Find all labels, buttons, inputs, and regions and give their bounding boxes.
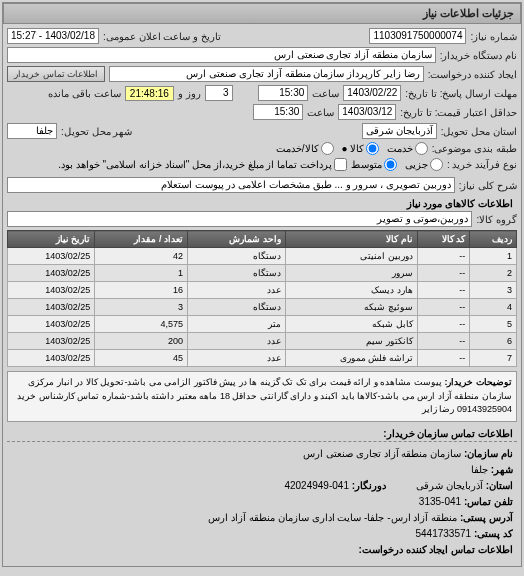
province-val: آذربایجان شرقی: [416, 480, 483, 491]
contact-body: نام سازمان: سازمان منطقه آزاد تجاری صنعت…: [7, 442, 517, 562]
contact-header: اطلاعات تماس سازمان خریدار:: [7, 426, 517, 442]
table-cell: 7: [470, 350, 517, 367]
table-cell: دستگاه: [187, 299, 285, 316]
table-cell: 3: [95, 299, 188, 316]
radio-service[interactable]: خدمت: [387, 142, 428, 155]
delivery-prov-label: استان محل تحویل:: [441, 126, 517, 137]
table-header-cell: واحد شمارش: [187, 231, 285, 248]
table-cell: سوئیچ شبکه: [285, 299, 417, 316]
time-label-1: ساعت: [312, 88, 339, 99]
price-time-field: 15:30: [253, 104, 303, 120]
row-need-no: شماره نیاز: 1103091750000074 تاریخ و ساع…: [7, 28, 517, 44]
table-cell: 42: [95, 248, 188, 265]
table-row: 3--هارد دیسکعدد161403/02/25: [8, 282, 517, 299]
pay-type-radio-group: جزیی متوسط: [351, 158, 443, 171]
row-need-desc: شرح کلی نیاز: دوربین تصویری ، سرور و ...…: [7, 177, 517, 193]
table-cell: 1: [470, 248, 517, 265]
buyer-org-label: نام دستگاه خریدار:: [440, 50, 517, 61]
table-cell: سرور: [285, 265, 417, 282]
table-cell: متر: [187, 316, 285, 333]
table-header-cell: کد کالا: [417, 231, 469, 248]
radio-goods-service[interactable]: کالا/خدمت: [276, 142, 334, 155]
table-cell: عدد: [187, 282, 285, 299]
row-reply-deadline: مهلت ارسال پاسخ: تا تاریخ: 1403/02/22 سا…: [7, 85, 517, 101]
row-delivery-loc: استان محل تحویل: آذربایجان شرقی شهر محل …: [7, 123, 517, 139]
table-cell: 1403/02/25: [8, 350, 95, 367]
days-label: روز و: [178, 88, 201, 99]
table-cell: کابل شبکه: [285, 316, 417, 333]
panel-title: جزئیات اطلاعات نیاز: [3, 3, 521, 24]
reply-deadline-label: مهلت ارسال پاسخ: تا تاریخ:: [405, 88, 517, 99]
postal-label: کد پستی:: [474, 528, 513, 539]
buyer-note-box: توضیحات خریدار: پیوست مشاهده و ارائه قیم…: [7, 371, 517, 422]
table-row: 1--دوربین امنیتیدستگاه421403/02/25: [8, 248, 517, 265]
fax-label: تلفن تماس:: [464, 496, 513, 507]
org-name-val: سازمان منطقه آزاد تجاری صنعتی ارس: [303, 448, 461, 459]
delivery-city-field: جلفا: [7, 123, 57, 139]
table-cell: 1403/02/25: [8, 316, 95, 333]
goods-group-label: گروه کالا:: [476, 214, 517, 225]
row-pay-type: نوع فرآیند خرید : جزیی متوسط پرداخت تمام…: [7, 158, 517, 171]
table-cell: 16: [95, 282, 188, 299]
need-desc-field: دوربین تصویری ، سرور و ... طبق مشخصات اع…: [7, 177, 455, 193]
creator-field: رضا زایر کارپرداز سازمان منطقه آزاد تجار…: [109, 66, 424, 82]
note-label: توضیحات خریدار:: [445, 377, 513, 387]
table-header-cell: ردیف: [470, 231, 517, 248]
contact-buyer-button[interactable]: اطلاعات تماس خریدار: [7, 66, 105, 82]
buyer-org-field: سازمان منطقه آزاد تجاری صنعتی ارس: [7, 47, 436, 63]
radio-low[interactable]: جزیی: [405, 158, 443, 171]
table-cell: 4: [470, 299, 517, 316]
table-cell: 200: [95, 333, 188, 350]
public-announce-label: تاریخ و ساعت اعلان عمومی:: [103, 31, 221, 42]
table-cell: --: [417, 299, 469, 316]
need-no-field: 1103091750000074: [369, 28, 466, 44]
delivery-prov-field: آذربایجان شرقی: [362, 123, 437, 139]
row-budget: طبقه بندی موضوعی: خدمت کالا ● کالا/خدمت: [7, 142, 517, 155]
city-label: شهر:: [491, 464, 513, 475]
table-cell: 3: [470, 282, 517, 299]
reply-date-field: 1403/02/22: [343, 85, 401, 101]
table-cell: --: [417, 265, 469, 282]
radio-goods[interactable]: کالا ●: [342, 142, 379, 155]
note-text: پیوست مشاهده و ارائه قیمت برای تک تک گزی…: [17, 377, 512, 414]
city-val: جلفا: [471, 464, 488, 475]
table-cell: 1403/02/25: [8, 248, 95, 265]
table-cell: کانکتور سیم: [285, 333, 417, 350]
panel-body: شماره نیاز: 1103091750000074 تاریخ و ساع…: [3, 24, 521, 566]
table-cell: 1403/02/25: [8, 265, 95, 282]
contact-section: اطلاعات تماس سازمان خریدار: نام سازمان: …: [7, 426, 517, 562]
table-cell: 1403/02/25: [8, 333, 95, 350]
reply-time-field: 15:30: [258, 85, 308, 101]
need-desc-label: شرح کلی نیاز:: [459, 180, 517, 191]
table-row: 4--سوئیچ شبکهدستگاه31403/02/25: [8, 299, 517, 316]
table-header-cell: تعداد / مقدار: [95, 231, 188, 248]
remain-label: ساعت باقی مانده: [48, 88, 121, 99]
goods-section-title: اطلاعات کالاهای مورد نیاز: [7, 196, 517, 211]
table-cell: تراشه فلش مموری: [285, 350, 417, 367]
pay-type-label: نوع فرآیند خرید :: [447, 159, 517, 170]
table-cell: 1403/02/25: [8, 299, 95, 316]
table-cell: --: [417, 316, 469, 333]
table-cell: دستگاه: [187, 248, 285, 265]
table-cell: 1: [95, 265, 188, 282]
table-header-row: ردیفکد کالانام کالاواحد شمارشتعداد / مقد…: [8, 231, 517, 248]
need-type-radio-group: خدمت کالا ● کالا/خدمت: [276, 142, 428, 155]
row-buyer-org: نام دستگاه خریدار: سازمان منطقه آزاد تجا…: [7, 47, 517, 63]
countdown-timer: 21:48:16: [125, 86, 174, 101]
table-cell: 2: [470, 265, 517, 282]
table-row: 7--تراشه فلش مموریعدد451403/02/25: [8, 350, 517, 367]
radio-mid[interactable]: متوسط: [351, 158, 397, 171]
postal-val: 5441733571: [415, 528, 471, 539]
province-label: استان:: [486, 480, 513, 491]
table-row: 2--سروردستگاه11403/02/25: [8, 265, 517, 282]
table-cell: 1403/02/25: [8, 282, 95, 299]
hint-checkbox[interactable]: پرداخت تماما از مبلغ خرید،از محل "اسناد …: [58, 158, 347, 171]
addr-val: منطقه آزاد ارس- جلفا- سایت اداری سازمان …: [208, 512, 457, 523]
need-details-panel: جزئیات اطلاعات نیاز شماره نیاز: 11030917…: [2, 2, 522, 567]
table-cell: 4,575: [95, 316, 188, 333]
table-cell: عدد: [187, 350, 285, 367]
price-date-field: 1403/03/12: [338, 104, 396, 120]
creator-label: ایجاد کننده درخواست:: [428, 69, 517, 80]
phone-val: 041-42024949: [284, 480, 349, 491]
goods-group-field: دوربین،صوتی و تصویر: [7, 211, 472, 227]
